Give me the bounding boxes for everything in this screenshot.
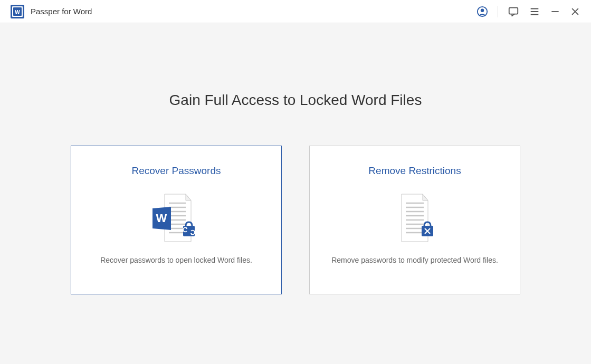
close-button[interactable] [570,6,580,17]
minimize-button[interactable] [550,6,560,17]
remove-card-title: Remove Restrictions [368,165,461,177]
remove-card-desc: Remove passwords to modify protected Wor… [331,256,498,264]
recover-card-title: Recover Passwords [132,165,221,177]
remove-card-icon [388,191,441,244]
feedback-icon[interactable] [508,6,519,17]
main-heading: Gain Full Access to Locked Word Files [169,92,422,109]
account-icon[interactable] [476,6,488,17]
titlebar: W Passper for Word [0,0,591,23]
titlebar-right [476,6,580,17]
option-cards: Recover Passwords W [71,146,520,294]
recover-card-desc: Recover passwords to open locked Word fi… [100,256,252,264]
svg-text:W: W [15,9,20,15]
recover-passwords-card[interactable]: Recover Passwords W [71,146,282,294]
titlebar-divider [498,6,498,17]
menu-icon[interactable] [529,6,540,17]
svg-rect-6 [509,7,518,14]
app-title: Passper for Word [31,7,92,16]
svg-point-5 [481,8,484,12]
remove-restrictions-card[interactable]: Remove Restrictions [309,146,520,294]
titlebar-left: W Passper for Word [11,5,92,18]
svg-text:W: W [156,212,167,225]
recover-card-icon: W [150,191,203,244]
app-logo-icon: W [11,5,24,18]
main-content: Gain Full Access to Locked Word Files Re… [0,23,591,294]
